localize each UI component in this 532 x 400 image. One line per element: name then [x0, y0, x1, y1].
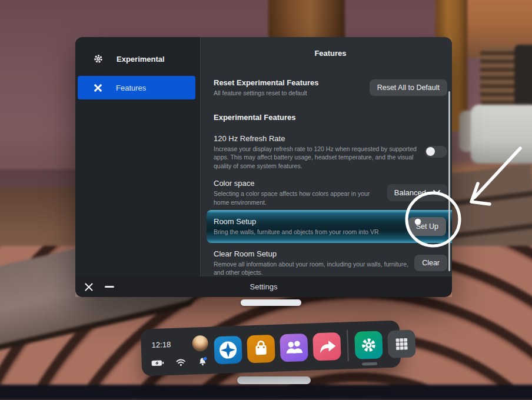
dock-divider: [347, 329, 349, 361]
section-heading: Experimental Features: [214, 113, 447, 122]
minimize-icon[interactable]: [105, 286, 114, 288]
notifications-bell-icon[interactable]: [197, 356, 208, 366]
reset-all-button[interactable]: Reset All to Default: [370, 79, 447, 96]
panel-scrollbar[interactable]: [448, 91, 450, 271]
set-up-button[interactable]: Set Up: [408, 217, 446, 236]
window-titlebar: Settings: [75, 276, 452, 297]
sidebar-title: Experimental: [117, 55, 165, 64]
clock[interactable]: 12:18: [149, 339, 171, 349]
window-title: Settings: [75, 282, 452, 291]
refresh-rate-toggle[interactable]: [425, 146, 447, 158]
window-drag-handle[interactable]: [241, 299, 301, 306]
dock: 12:18: [141, 320, 401, 376]
sidebar-item-label: Features: [116, 84, 146, 92]
refresh-rate-row: 120 Hz Refresh Rate Increase your displa…: [214, 134, 447, 171]
settings-window: Experimental Features Features: [75, 37, 452, 297]
toggle-knob: [426, 147, 435, 156]
features-panel: Features Reset Experimental Features All…: [200, 37, 452, 276]
refresh-rate-title: 120 Hz Refresh Rate: [214, 134, 419, 144]
bg-dark-horizon: [0, 385, 532, 400]
clear-room-description: Remove all information about your room, …: [214, 260, 408, 277]
bg-couch-seat: [471, 105, 532, 164]
reset-experimental-row: Reset Experimental Features All feature …: [214, 78, 447, 98]
chevron-down-icon: [433, 190, 440, 195]
room-setup-row-highlighted: Room Setup Bring the walls, furniture an…: [207, 210, 452, 243]
people-icon[interactable]: [280, 333, 308, 362]
gear-icon: [93, 54, 104, 64]
sharing-arrow-icon[interactable]: [312, 332, 341, 361]
reset-row-title: Reset Experimental Features: [214, 78, 364, 88]
room-setup-description: Bring the walls, furniture and objects f…: [214, 228, 403, 236]
clear-room-title: Clear Room Setup: [214, 249, 408, 259]
dropdown-value: Balanced: [394, 188, 426, 197]
color-space-dropdown[interactable]: Balanced: [387, 184, 447, 201]
battery-charging-icon[interactable]: [151, 359, 164, 367]
dock-apps: [214, 327, 416, 366]
app-library-grid-icon[interactable]: [387, 329, 416, 358]
sidebar: Experimental Features: [75, 37, 200, 276]
color-space-description: Selecting a color space affects how colo…: [214, 189, 381, 206]
bg-striped-pillow: [480, 47, 517, 106]
active-app-indicator: [361, 362, 377, 365]
experimental-features-icon: [93, 83, 103, 93]
refresh-rate-description: Increase your display refresh rate to 12…: [214, 145, 419, 171]
reset-row-subtitle: All feature settings reset to default: [214, 89, 364, 98]
color-space-row: Color space Selecting a color space affe…: [214, 178, 447, 206]
settings-window-body: Experimental Features Features: [75, 37, 452, 276]
notification-dot: [203, 356, 207, 361]
sidebar-item-features[interactable]: Features: [78, 76, 195, 99]
close-icon[interactable]: [84, 282, 94, 292]
room-setup-title: Room Setup: [214, 216, 403, 226]
bg-dark-pillow: [514, 45, 532, 107]
store-bag-icon[interactable]: [247, 334, 275, 363]
vr-home-screen: Experimental Features Features: [0, 0, 532, 400]
status-cluster: 12:18: [149, 335, 209, 368]
clear-room-setup-row: Clear Room Setup Remove all information …: [214, 249, 447, 277]
color-space-title: Color space: [214, 178, 381, 188]
settings-gear-icon[interactable]: [354, 331, 383, 359]
user-avatar[interactable]: [192, 335, 208, 351]
dock-drag-handle[interactable]: [237, 376, 311, 384]
sidebar-header: Experimental: [75, 49, 200, 76]
wifi-icon[interactable]: [176, 358, 186, 366]
page-title: Features: [214, 49, 447, 58]
clear-button[interactable]: Clear: [414, 255, 447, 271]
explore-compass-icon[interactable]: [214, 335, 242, 364]
